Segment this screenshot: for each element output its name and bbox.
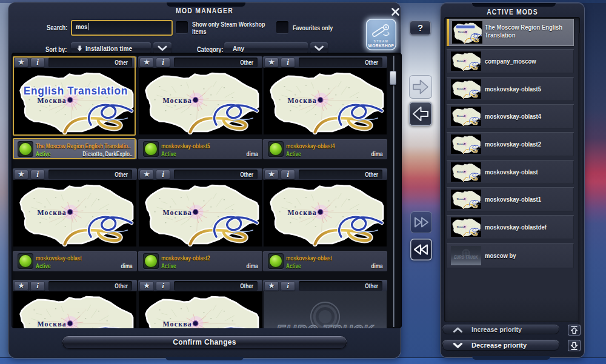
svg-text:STEAM: STEAM [374,40,389,43]
svg-text:WORKSHOP: WORKSHOP [368,44,395,48]
svg-text:English Translation: English Translation [24,85,127,97]
